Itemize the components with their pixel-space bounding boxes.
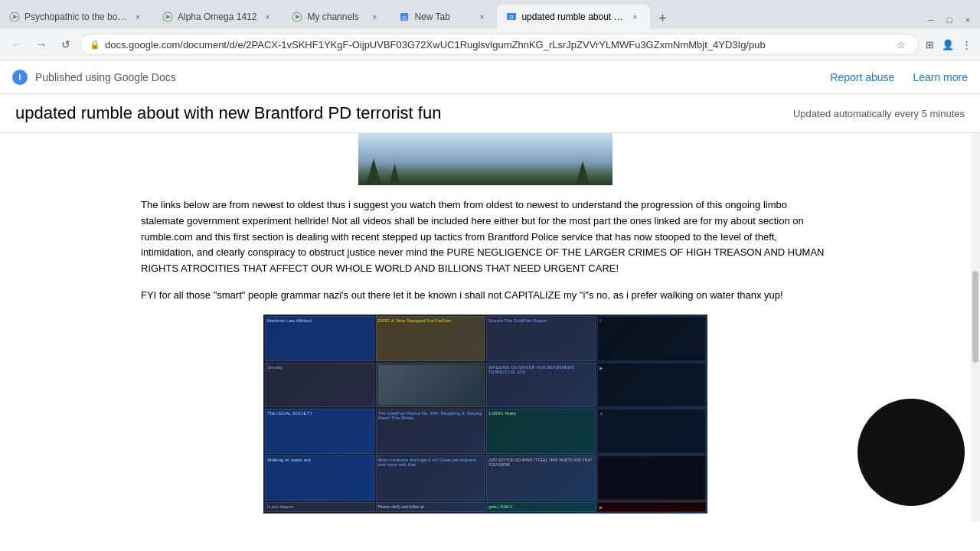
tab3-favicon bbox=[292, 11, 302, 22]
ss-cell-17: In your diagram bbox=[265, 502, 374, 512]
ss-cell-9: The LEGAL SOCIETY bbox=[265, 409, 374, 454]
tab3-label: My channels bbox=[307, 11, 364, 22]
doc-screenshot-collage: Maritime Law Affidavit DATE & Time Stamp… bbox=[263, 315, 707, 514]
tab-my-channels[interactable]: My channels × bbox=[283, 5, 390, 29]
paragraph-2: FYI for all those "smart" people grammar… bbox=[141, 288, 830, 304]
ss-cell-12: ✕ bbox=[597, 409, 707, 454]
ss-cell-15: JUST DO YOU DO WHAT IT FEEL THAT HURTS A… bbox=[486, 455, 596, 500]
lock-icon: 🔒 bbox=[90, 40, 100, 50]
ss-cell-10: The GoldFish Report No. 844- Roughing It… bbox=[376, 409, 485, 454]
svg-marker-1 bbox=[13, 15, 18, 19]
tab1-favicon bbox=[9, 11, 20, 22]
bookmark-star-icon[interactable]: ☆ bbox=[893, 37, 909, 52]
ss-cell-2: DATE & Time Stamped Out ForEver bbox=[376, 316, 485, 361]
published-text: Published using Google Docs bbox=[35, 71, 176, 83]
url-text: docs.google.com/document/d/e/2PACX-1vSKH… bbox=[105, 39, 889, 51]
scrollbar[interactable] bbox=[971, 133, 980, 521]
browser-chrome: Psychopathic to the bone, Fe... × Alpha … bbox=[0, 0, 980, 60]
svg-text:D: D bbox=[510, 15, 514, 20]
ss-cell-20: ▶ bbox=[597, 502, 707, 512]
tab5-close[interactable]: × bbox=[629, 11, 641, 23]
tab1-close[interactable]: × bbox=[132, 11, 144, 23]
ss-cell-11: 1,000's Years bbox=[486, 409, 596, 454]
tab-psychopathic[interactable]: Psychopathic to the bone, Fe... × bbox=[0, 5, 153, 29]
forward-button[interactable]: → bbox=[31, 34, 52, 55]
browser-right-icons: ⊞ 👤 ⋮ bbox=[922, 37, 974, 52]
ss-cell-8: ▶ bbox=[597, 363, 707, 408]
report-abuse-link[interactable]: Report abuse bbox=[830, 71, 894, 83]
docs-bar-right: Report abuse Learn more bbox=[830, 71, 968, 83]
address-bar[interactable]: 🔒 docs.google.com/document/d/e/2PACX-1vS… bbox=[80, 34, 919, 55]
tab3-close[interactable]: × bbox=[368, 11, 381, 23]
tab5-favicon: D bbox=[506, 11, 517, 22]
tab-updated-rumble[interactable]: D updated rumble about with n... × bbox=[497, 5, 650, 29]
tab5-label: updated rumble about with n... bbox=[521, 11, 624, 22]
page-title: updated rumble about with new Brantford … bbox=[15, 103, 441, 123]
info-icon: i bbox=[12, 70, 28, 85]
extensions-icon[interactable]: ⊞ bbox=[922, 37, 937, 52]
screenshot-overlay: Maritime Law Affidavit DATE & Time Stamp… bbox=[263, 315, 707, 514]
doc-top-image-container bbox=[15, 133, 956, 185]
content-wrapper: The links below are from newest to oldes… bbox=[0, 133, 980, 521]
ss-cell-19: gods | SUM U bbox=[486, 502, 596, 512]
address-right-icons: ☆ bbox=[893, 37, 909, 52]
doc-top-image bbox=[358, 133, 612, 185]
doc-content: The links below are from newest to oldes… bbox=[0, 133, 971, 521]
svg-marker-5 bbox=[296, 15, 300, 19]
page-title-bar: updated rumble about with new Brantford … bbox=[0, 94, 980, 133]
ss-cell-3: Search The GoldFish Report bbox=[486, 316, 596, 361]
maximize-button[interactable]: □ bbox=[943, 14, 956, 26]
paragraph-1: The links below are from newest to oldes… bbox=[141, 197, 830, 277]
ss-cell-14: Most creatures don't get it no! Great jo… bbox=[376, 455, 485, 500]
tab2-label: Alpha Omega 1412 bbox=[178, 11, 256, 22]
svg-marker-3 bbox=[166, 15, 171, 19]
svg-text:G: G bbox=[402, 15, 407, 21]
auto-update-text: Updated automatically every 5 minutes bbox=[793, 108, 965, 119]
docs-published-bar: i Published using Google Docs Report abu… bbox=[0, 60, 980, 94]
refresh-button[interactable]: ↺ bbox=[55, 34, 77, 55]
ss-cell-7: WALKING ON WATER FOR BEGINNERS TERRUS LI… bbox=[486, 363, 596, 408]
ss-cell-5: Sunday bbox=[265, 363, 374, 408]
tab4-favicon: G bbox=[399, 11, 410, 22]
learn-more-link[interactable]: Learn more bbox=[913, 71, 968, 83]
ss-cell-4: ≡ bbox=[597, 316, 707, 361]
tab-new-tab[interactable]: G New Tab × bbox=[390, 5, 497, 29]
ss-cell-1: Maritime Law Affidavit bbox=[265, 316, 374, 361]
tab-bar: Psychopathic to the bone, Fe... × Alpha … bbox=[0, 0, 980, 29]
window-controls: ─ □ × bbox=[925, 14, 980, 29]
floating-circle bbox=[858, 399, 965, 506]
ss-cell-18: Please clarify and follow up bbox=[376, 502, 485, 512]
ss-cell-6 bbox=[376, 363, 485, 408]
tab2-favicon bbox=[162, 11, 173, 22]
tab4-label: New Tab bbox=[414, 11, 471, 22]
ss-cell-13: Walking on water ave bbox=[265, 455, 374, 500]
address-bar-row: ← → ↺ 🔒 docs.google.com/document/d/e/2PA… bbox=[0, 29, 980, 60]
tab2-close[interactable]: × bbox=[261, 11, 273, 23]
new-tab-button[interactable]: + bbox=[652, 8, 673, 29]
minimize-button[interactable]: ─ bbox=[925, 14, 937, 26]
close-window-button[interactable]: × bbox=[962, 14, 974, 26]
tab4-close[interactable]: × bbox=[475, 11, 488, 23]
ss-cell-16 bbox=[597, 455, 707, 500]
menu-icon[interactable]: ⋮ bbox=[959, 37, 974, 52]
scrollbar-thumb[interactable] bbox=[972, 271, 978, 363]
screenshot-inner: Maritime Law Affidavit DATE & Time Stamp… bbox=[263, 315, 707, 514]
back-button[interactable]: ← bbox=[6, 34, 28, 55]
profile-icon[interactable]: 👤 bbox=[940, 37, 956, 52]
tab-alpha-omega[interactable]: Alpha Omega 1412 × bbox=[153, 5, 283, 29]
tab1-label: Psychopathic to the bone, Fe... bbox=[24, 11, 127, 22]
